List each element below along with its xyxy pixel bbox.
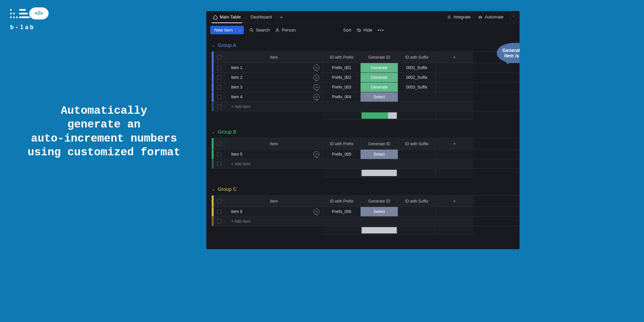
item-name-cell[interactable]: Item 1 + xyxy=(225,63,323,72)
column-header-item[interactable]: Item xyxy=(225,52,323,63)
item-name: Item 5 xyxy=(231,152,242,157)
hide-label: Hide xyxy=(363,28,372,33)
add-column-button[interactable]: + xyxy=(436,138,473,149)
select-all-checkbox[interactable] xyxy=(214,138,225,149)
integrate-label: Integrate xyxy=(453,14,471,19)
add-column-button[interactable]: + xyxy=(436,52,473,63)
search-button[interactable]: Search xyxy=(249,28,270,33)
select-all-checkbox[interactable] xyxy=(214,52,225,63)
comment-icon[interactable]: + xyxy=(313,209,319,215)
empty-cell xyxy=(436,73,473,82)
tab-dashboard[interactable]: Dashboard xyxy=(246,11,277,23)
column-header-prefix[interactable]: ID with Prefix xyxy=(323,196,361,207)
add-item-button[interactable]: + Add Item xyxy=(225,102,473,111)
plug-icon xyxy=(447,15,451,19)
suffix-cell[interactable]: 0003_Suffix xyxy=(398,83,436,92)
row-checkbox[interactable] xyxy=(214,83,225,92)
generate-cell[interactable]: Generate xyxy=(361,83,398,92)
comment-icon[interactable]: + xyxy=(313,84,319,90)
group-header[interactable]: ⌄ Group C xyxy=(212,185,520,193)
select-all-checkbox[interactable] xyxy=(214,196,225,207)
table-row: Item 3 + Prefix_003 Generate 0003_Suffix xyxy=(212,82,520,92)
prefix-cell[interactable]: Prefix_003 xyxy=(323,83,361,92)
generate-cell[interactable]: Select xyxy=(361,92,398,102)
column-header-item[interactable]: Item xyxy=(225,138,323,149)
group-title: Group B xyxy=(218,129,236,135)
tab-add[interactable]: + xyxy=(277,14,286,20)
column-header-generate[interactable]: Generate ID xyxy=(361,196,398,207)
column-header-generate[interactable]: Generate ID xyxy=(361,52,398,63)
table-row: Item 4 + Prefix_004 Select xyxy=(212,92,520,102)
comment-icon[interactable]: + xyxy=(313,94,319,100)
generate-cell[interactable]: Generate xyxy=(361,73,398,82)
row-checkbox[interactable] xyxy=(214,63,225,72)
generate-cell[interactable]: Select xyxy=(361,150,398,159)
group-header[interactable]: ⌄ Group A xyxy=(212,41,520,49)
comment-icon[interactable]: + xyxy=(313,74,319,80)
search-label: Search xyxy=(256,28,270,33)
svg-point-0 xyxy=(448,16,450,18)
empty-cell xyxy=(436,83,473,92)
hide-button[interactable]: Hide xyxy=(357,28,372,33)
column-header-suffix[interactable]: ID with Suffix xyxy=(398,196,436,207)
item-name-cell[interactable]: Item 3 + xyxy=(225,83,323,92)
row-checkbox[interactable] xyxy=(214,150,225,159)
item-name-cell[interactable]: Item 4 + xyxy=(225,92,323,102)
column-header-prefix[interactable]: ID with Prefix xyxy=(323,138,361,149)
comment-icon[interactable]: + xyxy=(313,65,319,71)
empty-cell xyxy=(436,150,473,159)
logo-pill-text: </> xyxy=(35,10,43,17)
suffix-cell[interactable] xyxy=(398,92,436,102)
new-item-label: New Item xyxy=(214,28,233,33)
item-name-cell[interactable]: Item 5 + xyxy=(225,150,323,159)
sort-label: Sort xyxy=(343,28,351,33)
column-header-generate[interactable]: Generate ID xyxy=(361,138,398,149)
suffix-cell[interactable] xyxy=(398,150,436,159)
suffix-cell[interactable]: 0001_Suffix xyxy=(398,63,436,72)
sort-button[interactable]: Sort xyxy=(343,28,351,33)
add-column-button[interactable]: + xyxy=(436,196,473,207)
robot-icon xyxy=(478,15,483,19)
tab-main-table[interactable]: Main Table xyxy=(208,11,246,23)
prefix-cell[interactable]: Prefix_006 xyxy=(323,207,361,216)
chevron-down-icon: ⌄ xyxy=(212,43,215,48)
add-item-button[interactable]: + Add Item xyxy=(225,159,473,168)
row-checkbox[interactable] xyxy=(214,92,225,102)
generate-cell[interactable]: Select xyxy=(361,207,398,216)
column-header-item[interactable]: Item xyxy=(225,196,323,207)
group-title: Group A xyxy=(218,42,236,48)
suffix-cell[interactable]: 0002_Suffix xyxy=(398,73,436,82)
new-item-button[interactable]: New Item ⌄ xyxy=(210,26,244,34)
prefix-cell[interactable]: Prefix_005 xyxy=(323,150,361,159)
chevron-down-icon: ⌄ xyxy=(235,28,241,32)
row-checkbox[interactable] xyxy=(214,73,225,82)
chevron-down-icon: ⌄ xyxy=(212,129,215,134)
prefix-cell[interactable]: Prefix_001 xyxy=(323,63,361,72)
comment-icon[interactable]: + xyxy=(313,151,319,157)
collapse-button[interactable]: ⌃ xyxy=(509,13,518,21)
row-checkbox[interactable] xyxy=(214,217,225,226)
logo-text: b-lab xyxy=(10,24,57,31)
item-name-cell[interactable]: Item 2 + xyxy=(225,73,323,82)
generate-cell[interactable]: Generate xyxy=(361,63,398,72)
prefix-cell[interactable]: Prefix_004 xyxy=(323,92,361,102)
item-name-cell[interactable]: Item 6 + xyxy=(225,207,323,216)
tab-label: Main Table xyxy=(220,14,241,19)
column-header-prefix[interactable]: ID with Prefix xyxy=(323,52,361,63)
row-checkbox[interactable] xyxy=(214,102,225,111)
row-checkbox[interactable] xyxy=(214,207,225,216)
chevron-up-icon: ⌃ xyxy=(512,15,515,19)
more-menu[interactable]: ••• xyxy=(378,28,384,33)
column-header-suffix[interactable]: ID with Suffix xyxy=(398,52,436,63)
automate-button[interactable]: Automate xyxy=(477,13,505,21)
tab-label: Dashboard xyxy=(251,14,272,19)
prefix-cell[interactable]: Prefix_002 xyxy=(323,73,361,82)
suffix-cell[interactable] xyxy=(398,207,436,216)
integrate-button[interactable]: Integrate xyxy=(445,13,472,21)
group-header[interactable]: ⌄ Group B xyxy=(212,127,520,136)
add-item-button[interactable]: + Add Item xyxy=(225,217,473,226)
person-filter[interactable]: Person xyxy=(275,28,296,33)
column-header-suffix[interactable]: ID with Suffix xyxy=(398,138,436,149)
row-checkbox[interactable] xyxy=(214,159,225,168)
automate-label: Automate xyxy=(485,14,503,19)
